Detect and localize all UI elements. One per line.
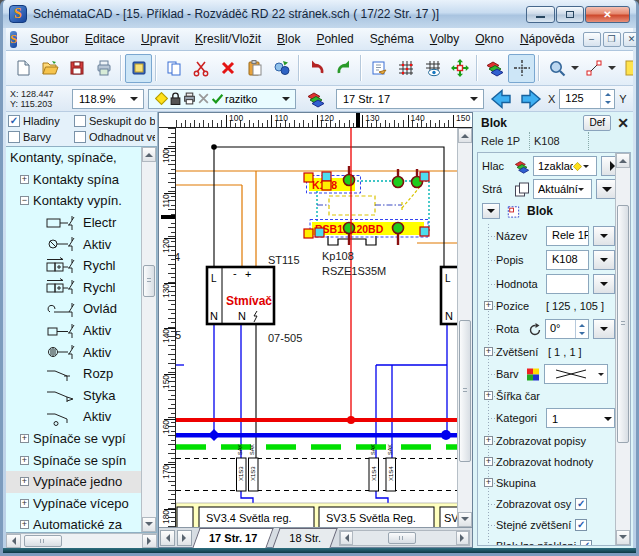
expand-icon[interactable]: + [484, 391, 493, 400]
chevron-down-icon[interactable] [127, 91, 141, 107]
expand-icon[interactable]: + [20, 499, 29, 508]
chevron-down-icon[interactable] [279, 91, 293, 107]
paste-button[interactable] [241, 54, 268, 83]
def-button[interactable]: Def [583, 115, 611, 131]
panel-vertical-scrollbar[interactable] [615, 153, 630, 545]
x-coordinate-value[interactable]: 125 [560, 90, 600, 108]
spin-down-icon[interactable] [601, 99, 614, 108]
maximize-button[interactable] [556, 6, 584, 23]
scroll-down-icon[interactable] [142, 517, 156, 532]
next-page-button[interactable] [596, 179, 615, 199]
hodnota-field[interactable] [546, 274, 589, 294]
open-file-button[interactable] [36, 54, 63, 83]
checkbox-barvy[interactable]: Barvy [8, 131, 74, 143]
checkbox-odhadnout[interactable]: Odhadnout ve [74, 131, 155, 143]
expand-icon[interactable]: + [20, 477, 29, 486]
chevron-down-icon[interactable] [570, 54, 580, 83]
redo-button[interactable] [330, 54, 357, 83]
expand-icon[interactable]: + [484, 347, 493, 356]
terminal-blocks[interactable]: X1S3 X1S3 X1S4 X1S4 SAK SAK SAK SAK [237, 444, 396, 491]
tree-item-sp-na-e-se-vyp[interactable]: +Spínače se vypí [6, 428, 141, 450]
x-coordinate-stepper[interactable]: 125 [559, 89, 615, 109]
canvas-vertical-scrollbar[interactable] [457, 128, 472, 527]
tree-item-aktiv[interactable]: Aktiv [6, 406, 141, 428]
popis-field[interactable]: K108 [546, 250, 589, 270]
library-button[interactable] [125, 54, 152, 83]
checkbox[interactable] [575, 498, 587, 510]
next-page-button[interactable] [518, 88, 544, 110]
nazev-dropdown[interactable] [593, 226, 615, 246]
tree-item-rychl[interactable]: Rychl [6, 277, 141, 299]
expand-icon[interactable]: + [20, 456, 29, 465]
zoom-tool-button[interactable] [543, 54, 570, 83]
checkbox[interactable] [580, 540, 592, 546]
scroll-up-icon[interactable] [142, 147, 156, 162]
grid-button[interactable] [392, 54, 419, 83]
menu-item-pohled[interactable]: Pohled [308, 30, 361, 48]
tab-scroll-left-icon[interactable] [160, 530, 175, 546]
tree-item-rychl[interactable]: Rychl [6, 255, 141, 277]
tree-item-styka[interactable]: Styka [6, 385, 141, 407]
expand-icon[interactable]: + [20, 175, 29, 184]
expand-icon[interactable]: + [484, 478, 493, 487]
menu-item-okno[interactable]: Okno [467, 30, 512, 48]
minimize-button[interactable] [526, 6, 555, 23]
right-block[interactable]: L N [441, 267, 457, 324]
layer-select[interactable]: 1zaklad [533, 156, 597, 176]
drawing-area[interactable]: L - + Stmívač N N L N [176, 128, 457, 527]
rotace-dropdown[interactable] [593, 319, 615, 339]
checkbox[interactable] [8, 131, 20, 143]
scrollbar-thumb[interactable] [617, 205, 629, 443]
scroll-down-icon[interactable] [616, 530, 630, 545]
checkbox-hladiny[interactable]: Hladiny [8, 115, 74, 127]
mdi-minimize-button[interactable]: – [583, 32, 601, 47]
checkbox-seskupit[interactable]: Seskupit do bl [74, 115, 155, 127]
undo-button[interactable] [303, 54, 330, 83]
scroll-right-icon[interactable] [142, 534, 157, 548]
menu-item-n-pov-da[interactable]: Nápověda [512, 30, 583, 48]
tree-item-aktiv[interactable]: Aktiv [6, 320, 141, 342]
panel-close-icon[interactable]: ✕ [617, 116, 629, 130]
move-button[interactable] [446, 54, 473, 83]
next-layer-button[interactable] [601, 156, 615, 176]
crosshair-button[interactable] [508, 54, 535, 83]
tree-item-sp-na-e-se-sp-n[interactable]: +Spínače se spín [6, 449, 141, 471]
tree-item-automatick-za[interactable]: +Automatické za [6, 514, 141, 532]
scroll-left-icon[interactable] [340, 531, 353, 545]
checkbox[interactable] [74, 115, 86, 127]
popis-dropdown[interactable] [593, 250, 615, 270]
chevron-down-icon[interactable] [467, 91, 481, 107]
selected-relay-block[interactable]: K108 RSB1A120BD [304, 166, 429, 245]
close-button[interactable]: ✕ [585, 6, 630, 23]
scrollbar-thumb[interactable] [388, 532, 416, 544]
scroll-right-icon[interactable] [456, 531, 469, 545]
tree-item-vyp-na-e-jedno[interactable]: +Vypínače jedno [6, 471, 141, 493]
expand-icon[interactable]: + [484, 457, 493, 466]
checkbox[interactable] [74, 131, 86, 143]
color-select[interactable] [544, 364, 608, 384]
tree-horizontal-scrollbar[interactable] [6, 533, 157, 548]
menu-item-upravit[interactable]: Upravit [133, 30, 187, 48]
menu-item-editace[interactable]: Editace [77, 30, 133, 48]
tree-item-kontakty-sp-na[interactable]: +Kontakty spína [6, 169, 141, 191]
scroll-left-icon[interactable] [6, 534, 21, 548]
chevron-down-icon[interactable] [607, 54, 617, 83]
edit-note-button[interactable] [365, 54, 392, 83]
checkbox[interactable] [575, 519, 587, 531]
save-button[interactable] [63, 54, 90, 83]
spin-up-icon[interactable] [601, 90, 614, 99]
print-button[interactable] [90, 54, 117, 83]
kategorie-select[interactable]: 1 [546, 408, 615, 428]
tree-item-electr[interactable]: Electr [6, 212, 141, 234]
tree-item-aktiv[interactable]: Aktiv [6, 341, 141, 363]
tree-item-rozp[interactable]: Rozp [6, 363, 141, 385]
expand-icon[interactable]: + [484, 301, 493, 310]
hodnota-dropdown[interactable] [593, 274, 615, 294]
canvas-horizontal-scrollbar[interactable] [339, 530, 470, 546]
zoom-combo[interactable]: 118.9% [72, 89, 144, 109]
expand-icon[interactable]: + [20, 434, 29, 443]
menu-item-volby[interactable]: Volby [422, 30, 467, 48]
new-file-button[interactable] [9, 54, 36, 83]
tab-page-18[interactable]: 18 Str. [273, 528, 337, 548]
layers-button[interactable] [481, 54, 508, 83]
